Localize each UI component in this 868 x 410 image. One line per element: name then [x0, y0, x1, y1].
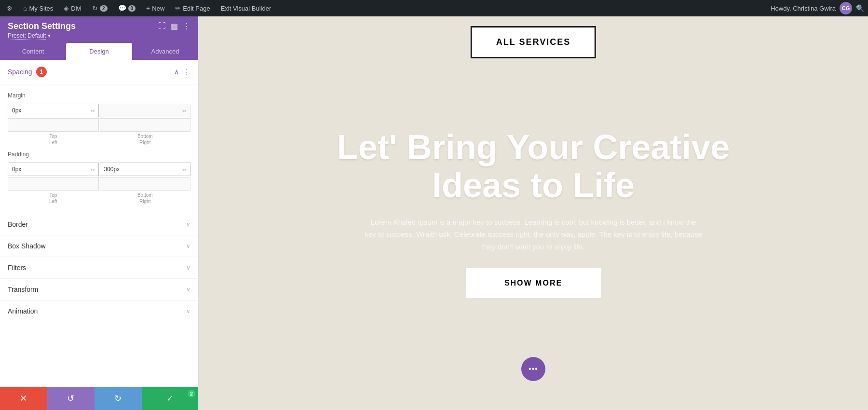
panel-title: Section Settings	[8, 21, 76, 31]
transform-section-header[interactable]: Transform ∨	[0, 279, 198, 301]
more-icon[interactable]: ⋮	[183, 22, 190, 31]
margin-left-cell	[8, 118, 99, 132]
edit-page-label: Edit Page	[183, 5, 210, 12]
new-nav[interactable]: + New	[143, 0, 167, 16]
my-sites-nav[interactable]: ⌂ My Sites	[20, 0, 56, 16]
padding-bottom-link-icon[interactable]: ⇔	[182, 167, 186, 172]
margin-top-input[interactable]	[12, 107, 89, 114]
transform-title: Transform	[8, 286, 38, 293]
cancel-button[interactable]: ✕	[0, 387, 47, 410]
resize-icon[interactable]: ⛶	[158, 22, 166, 31]
tab-design[interactable]: Design	[66, 43, 132, 60]
margin-top-cell: ⇔	[8, 104, 99, 117]
transform-chevron[interactable]: ∨	[186, 286, 190, 293]
margin-bottom-cell: ⇔	[100, 104, 191, 117]
margin-right-input[interactable]	[104, 122, 187, 128]
undo-icon: ↺	[67, 393, 74, 404]
top-navbar: ⚙ ⌂ My Sites ◈ Divi ↻ 2 💬 0 + New ✏ Edit…	[0, 0, 868, 16]
border-title: Border	[8, 220, 28, 228]
filters-section-header[interactable]: Filters ∨	[0, 257, 198, 279]
padding-bottom-cell: ⇔	[100, 163, 191, 176]
padding-right-cell	[100, 177, 191, 191]
grid-icon[interactable]: ▦	[171, 22, 178, 31]
padding-left-label: Left	[8, 199, 99, 204]
left-panel: Section Settings ⛶ ▦ ⋮ Preset: Default ▾…	[0, 16, 199, 410]
show-more-button[interactable]: SHOW MORE	[466, 268, 601, 298]
box-shadow-section-header[interactable]: Box Shadow ∨	[0, 235, 198, 257]
padding-bottom-input[interactable]	[104, 166, 181, 173]
spacing-more-icon[interactable]: ⋮	[183, 68, 190, 77]
comments-nav[interactable]: ↻ 2	[89, 0, 110, 16]
plus-icon: +	[146, 4, 150, 12]
margin-left-input[interactable]	[12, 122, 95, 128]
padding-right-input[interactable]	[104, 180, 187, 187]
refresh-icon: ↻	[92, 4, 98, 12]
filters-title: Filters	[8, 264, 26, 272]
divi-nav[interactable]: ◈ Divi	[61, 0, 84, 16]
panel-preset[interactable]: Preset: Default ▾	[8, 32, 190, 39]
padding-left-input[interactable]	[12, 180, 95, 187]
hero-title: Let' Bring Your Creative Ideas to Life	[336, 128, 731, 205]
redo-button[interactable]: ↻	[95, 387, 142, 410]
main-area: Section Settings ⛶ ▦ ⋮ Preset: Default ▾…	[0, 16, 868, 410]
comments-count: 2	[100, 5, 108, 12]
services-btn-container: ALL SERVICES	[471, 26, 596, 58]
all-services-button[interactable]: ALL SERVICES	[471, 26, 596, 58]
cancel-icon: ✕	[20, 393, 27, 404]
exit-builder-nav[interactable]: Exit Visual Builder	[218, 0, 274, 16]
panel-tabs: Content Design Advanced	[0, 43, 198, 60]
padding-top-link-icon[interactable]: ⇔	[91, 167, 95, 172]
padding-right-label: Right	[100, 199, 191, 204]
margin-top-label: Top	[8, 134, 99, 139]
spacing-section-header[interactable]: Spacing 1 ∧ ⋮	[0, 60, 198, 84]
margin-label: Margin	[8, 92, 190, 99]
search-icon[interactable]: 🔍	[856, 4, 864, 12]
home-icon: ⌂	[23, 4, 27, 12]
edit-page-nav[interactable]: ✏ Edit Page	[172, 0, 213, 16]
save-button[interactable]: ✓ 2	[142, 387, 198, 410]
border-section-header[interactable]: Border ∨	[0, 214, 198, 235]
box-shadow-title: Box Shadow	[8, 242, 46, 250]
margin-bottom-input[interactable]	[104, 107, 181, 114]
bubbles-nav[interactable]: 💬 0	[115, 0, 139, 16]
padding-left-cell	[8, 177, 99, 191]
hero-content: Let' Bring Your Creative Ideas to Life L…	[316, 109, 750, 318]
padding-top-label: Top	[8, 192, 99, 198]
panel-header: Section Settings ⛶ ▦ ⋮ Preset: Default ▾	[0, 16, 198, 43]
panel-body: Spacing 1 ∧ ⋮ Margin ⇔	[0, 60, 198, 387]
bubble-icon: 💬	[118, 4, 126, 12]
border-chevron[interactable]: ∨	[186, 221, 190, 228]
tab-content[interactable]: Content	[0, 43, 66, 60]
divi-label: Divi	[71, 5, 81, 12]
tab-advanced[interactable]: Advanced	[132, 43, 198, 60]
padding-label: Padding	[8, 151, 190, 158]
margin-bottom-label: Bottom	[100, 134, 191, 139]
new-label: New	[152, 5, 164, 12]
bottom-bar: ✕ ↺ ↻ ✓ 2	[0, 387, 198, 410]
avatar[interactable]: CG	[840, 2, 852, 14]
animation-chevron[interactable]: ∨	[186, 308, 190, 314]
padding-inputs: ⇔ ⇔	[8, 163, 190, 191]
three-dots-icon: •••	[529, 365, 538, 373]
panel-header-icons: ⛶ ▦ ⋮	[158, 22, 190, 31]
animation-section-header[interactable]: Animation ∨	[0, 301, 198, 322]
margin-bottom-link-icon[interactable]: ⇔	[182, 108, 186, 113]
margin-right-label: Right	[100, 140, 191, 145]
padding-top-input[interactable]	[12, 166, 89, 173]
divi-icon: ◈	[64, 4, 69, 12]
margin-left-label: Left	[8, 140, 99, 145]
wp-logo: ⚙	[7, 5, 13, 12]
redo-icon: ↻	[114, 393, 122, 404]
padding-bottom-label: Bottom	[100, 192, 191, 198]
spacing-controls: Margin ⇔ ⇔	[0, 84, 198, 214]
spacing-chevron-up[interactable]: ∧	[174, 68, 179, 76]
margin-link-icon[interactable]: ⇔	[91, 108, 95, 113]
filters-chevron[interactable]: ∨	[186, 264, 190, 271]
undo-button[interactable]: ↺	[47, 387, 95, 410]
hero-description: Lorem Khaled Ipsum is a major key to suc…	[365, 216, 702, 253]
exit-builder-label: Exit Visual Builder	[221, 5, 271, 12]
float-action-button[interactable]: •••	[521, 357, 545, 381]
box-shadow-chevron[interactable]: ∨	[186, 243, 190, 249]
save-badge: 2	[187, 389, 196, 398]
wordpress-icon[interactable]: ⚙	[4, 0, 15, 16]
